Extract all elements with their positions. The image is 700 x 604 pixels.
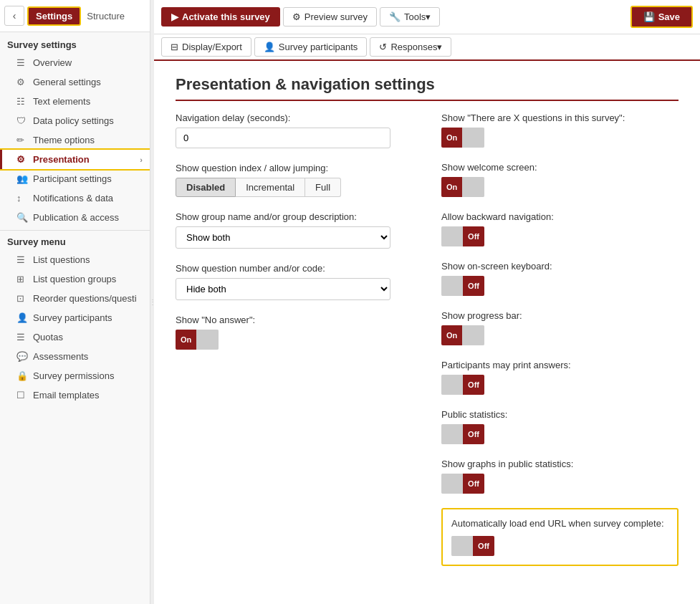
pencil-icon: ✏ xyxy=(16,135,28,145)
sidebar-item-label: Theme options xyxy=(33,135,95,145)
tools-icon: 🔧 xyxy=(389,11,401,22)
show-progress-bar-toggle[interactable]: On xyxy=(441,325,679,345)
tools-button[interactable]: 🔧 Tools▾ xyxy=(380,7,440,27)
settings-button[interactable]: Settings xyxy=(27,6,81,26)
show-no-answer-label: Show "No answer": xyxy=(176,315,413,325)
sidebar-item-email-templates[interactable]: ☐ Email templates xyxy=(0,385,150,405)
save-icon: 💾 xyxy=(643,11,655,22)
toggle-switch[interactable]: Off xyxy=(451,536,494,556)
sidebar-item-publication-access[interactable]: 🔍 Publication & access xyxy=(0,208,150,227)
public-statistics-toggle[interactable]: Off xyxy=(441,424,679,444)
toggle-thumb xyxy=(462,325,484,345)
toggle-on-label: On xyxy=(441,128,462,148)
show-welcome-screen-toggle[interactable]: On xyxy=(441,177,679,197)
question-index-full[interactable]: Full xyxy=(305,178,341,197)
structure-button[interactable]: Structure xyxy=(81,8,130,24)
navigation-delay-label: Navigation delay (seconds): xyxy=(176,112,413,123)
person-toolbar-icon: 👤 xyxy=(264,42,275,52)
preview-survey-button[interactable]: ⚙ Preview survey xyxy=(283,7,377,27)
sidebar-item-overview[interactable]: ☰ Overview xyxy=(0,53,150,72)
sidebar-item-label: Overview xyxy=(33,57,72,68)
toggle-switch[interactable]: Off xyxy=(441,375,484,395)
responses-icon: ↺ xyxy=(379,42,387,52)
toggle-off-label: Off xyxy=(473,536,494,556)
navigation-delay-input[interactable] xyxy=(176,128,390,148)
toggle-switch[interactable]: Off xyxy=(441,474,484,494)
sidebar-item-notifications[interactable]: ↕ Notifications & data xyxy=(0,188,150,208)
sidebar-item-participant-settings[interactable]: 👥 Participant settings xyxy=(0,169,150,188)
show-no-answer-toggle[interactable]: On xyxy=(176,330,413,350)
sidebar-item-theme-options[interactable]: ✏ Theme options xyxy=(0,130,150,150)
activate-survey-button[interactable]: ▶ Activate this survey xyxy=(161,7,280,27)
toggle-off-label: Off xyxy=(463,276,484,296)
sidebar: ‹ Settings Structure Survey settings ☰ O… xyxy=(0,0,150,604)
sidebar-item-general-settings[interactable]: ⚙ General settings xyxy=(0,72,150,92)
allow-backward-nav-toggle[interactable]: Off xyxy=(441,226,679,246)
toggle-switch[interactable]: Off xyxy=(441,226,484,246)
show-no-answer-group: Show "No answer": On xyxy=(176,315,413,350)
public-statistics-group: Public statistics: Off xyxy=(441,409,679,444)
show-graphs-label: Show graphs in public statistics: xyxy=(441,459,679,469)
allow-backward-nav-label: Allow backward navigation: xyxy=(441,211,679,222)
quotas-icon: ☰ xyxy=(16,332,28,342)
list-questions-icon: ☰ xyxy=(16,254,28,265)
toggle-thumb xyxy=(441,375,463,395)
sidebar-item-text-elements[interactable]: ☷ Text elements xyxy=(0,92,150,111)
show-welcome-screen-label: Show welcome screen: xyxy=(441,162,679,173)
left-column: Navigation delay (seconds): Show questio… xyxy=(176,112,413,566)
show-group-name-select[interactable]: Show both Hide both Group name only Grou… xyxy=(176,226,390,249)
participants-print-toggle[interactable]: Off xyxy=(441,375,679,395)
sidebar-item-list-question-groups[interactable]: ⊞ List question groups xyxy=(0,269,150,289)
sidebar-item-label: List question groups xyxy=(33,274,116,284)
toggle-switch[interactable]: On xyxy=(441,128,484,148)
sidebar-item-list-questions[interactable]: ☰ List questions xyxy=(0,250,150,269)
presentation-gear-icon: ⚙ xyxy=(16,154,28,165)
toggle-off-label: Off xyxy=(463,474,484,494)
survey-participants-button[interactable]: 👤 Survey participants xyxy=(254,37,368,57)
toggle-switch[interactable]: On xyxy=(176,330,219,350)
show-x-questions-label: Show "There are X questions in this surv… xyxy=(441,112,679,123)
sidebar-item-survey-permissions[interactable]: 🔒 Survey permissions xyxy=(0,366,150,385)
toggle-thumb xyxy=(451,536,473,556)
question-index-group: Show question index / allow jumping: Dis… xyxy=(176,163,413,197)
sidebar-item-data-policy[interactable]: 🛡 Data policy settings xyxy=(0,111,150,130)
sidebar-item-quotas[interactable]: ☰ Quotas xyxy=(0,327,150,347)
activate-icon: ▶ xyxy=(171,11,178,22)
toggle-on-label: On xyxy=(441,325,462,345)
toggle-switch[interactable]: Off xyxy=(441,276,484,296)
sidebar-item-label: Participant settings xyxy=(33,173,112,184)
toggle-thumb xyxy=(441,276,463,296)
show-question-number-select[interactable]: Hide both Show both Question number only… xyxy=(176,278,390,300)
auto-load-end-url-toggle[interactable]: Off xyxy=(451,536,668,556)
question-index-disabled[interactable]: Disabled xyxy=(176,178,236,197)
responses-button[interactable]: ↺ Responses▾ xyxy=(370,37,451,57)
shield-icon: 🛡 xyxy=(16,115,28,126)
sidebar-item-label: General settings xyxy=(33,77,101,87)
sidebar-item-survey-participants[interactable]: 👤 Survey participants xyxy=(0,308,150,327)
show-graphs-toggle[interactable]: Off xyxy=(441,474,679,494)
reorder-icon: ⊡ xyxy=(16,293,28,304)
preview-icon: ⚙ xyxy=(292,11,301,22)
display-export-button[interactable]: ⊟ Display/Export xyxy=(161,37,251,57)
toggle-switch[interactable]: On xyxy=(441,325,484,345)
question-index-incremental[interactable]: Incremental xyxy=(236,178,305,197)
sidebar-item-presentation[interactable]: ⚙ Presentation › xyxy=(0,150,150,169)
display-icon: ⊟ xyxy=(171,42,178,52)
sidebar-item-reorder-questions[interactable]: ⊡ Reorder questions/questi xyxy=(0,289,150,308)
toggle-thumb xyxy=(441,424,463,444)
show-keyboard-toggle[interactable]: Off xyxy=(441,276,679,296)
toggle-switch[interactable]: Off xyxy=(441,424,484,444)
toggle-switch[interactable]: On xyxy=(441,177,484,197)
notifications-icon: ↕ xyxy=(16,193,28,203)
sidebar-item-label: Notifications & data xyxy=(33,193,113,203)
sidebar-item-assessments[interactable]: 💬 Assessments xyxy=(0,347,150,366)
sidebar-item-label: Data policy settings xyxy=(33,115,114,126)
participants-print-label: Participants may print answers: xyxy=(441,360,679,370)
toggle-thumb xyxy=(196,330,219,350)
back-button[interactable]: ‹ xyxy=(4,6,24,26)
save-button[interactable]: 💾 Save xyxy=(631,6,693,28)
show-question-number-group: Show question number and/or code: Hide b… xyxy=(176,263,413,300)
show-x-questions-toggle[interactable]: On xyxy=(441,128,679,148)
chevron-right-icon: › xyxy=(140,155,143,164)
toggle-thumb xyxy=(441,474,463,494)
